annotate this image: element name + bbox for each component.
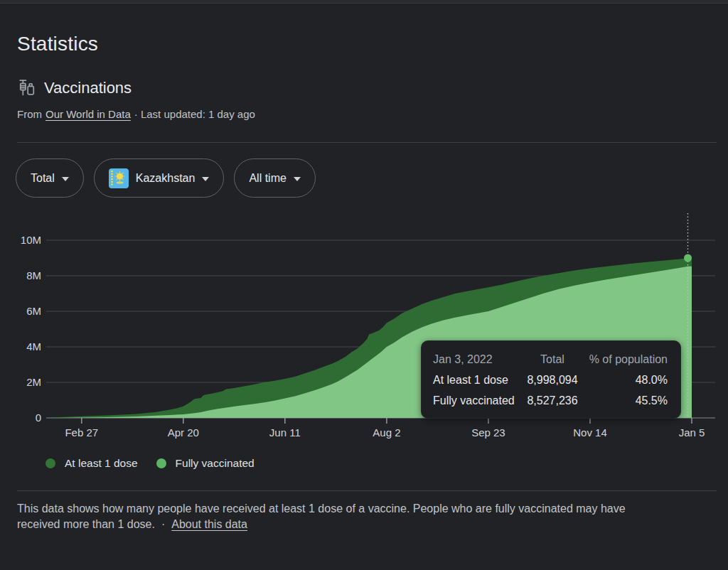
footer-line2: received more than 1 dose.·About this da… <box>17 517 721 532</box>
x-tick-label: Aug 2 <box>373 426 400 439</box>
y-tick-label: 8M <box>26 269 41 281</box>
legend-dot-dose1 <box>46 458 55 468</box>
tooltip-row-total: 8,527,236 <box>523 394 582 407</box>
metric-dropdown[interactable]: Total <box>16 158 84 198</box>
x-tick-label: Feb 27 <box>65 426 98 439</box>
tooltip-row-label: Fully vaccinated <box>433 394 523 407</box>
legend-label: Fully vaccinated <box>176 457 255 470</box>
divider-bottom <box>17 490 717 491</box>
x-tick-label: Apr 20 <box>168 426 199 439</box>
x-axis-ticks <box>82 418 692 424</box>
syringe-icon <box>17 78 36 97</box>
region-dropdown-label: Kazakhstan <box>136 172 196 185</box>
footer-line1: This data shows how many people have rec… <box>17 501 721 517</box>
timerange-dropdown[interactable]: All time <box>234 158 315 198</box>
chevron-down-icon <box>202 177 209 181</box>
divider-top <box>17 142 717 143</box>
y-tick-label: 0 <box>36 412 41 424</box>
tooltip-row-total: 8,998,094 <box>523 374 582 387</box>
y-tick-label: 10M <box>21 234 41 246</box>
chevron-down-icon <box>62 177 69 181</box>
y-tick-label: 2M <box>26 376 41 388</box>
legend-label: At least 1 dose <box>65 457 138 470</box>
marker-dot <box>684 254 692 262</box>
owid-link[interactable]: Our World in Data <box>46 108 131 120</box>
x-axis-labels: Feb 27Apr 20Jun 11Aug 2Sep 23Nov 14Jan 5 <box>65 426 705 439</box>
tooltip-row-pct: 48.0% <box>582 374 668 387</box>
legend-dot-fully <box>156 458 166 468</box>
page-title: Statistics <box>17 33 98 55</box>
y-tick-label: 6M <box>26 305 41 317</box>
chart-tooltip: Jan 3, 2022 Total % of population At lea… <box>421 340 681 419</box>
filter-row: Total Kazakhstan All time <box>16 158 316 198</box>
x-tick-label: Jun 11 <box>269 426 301 439</box>
statistics-panel: Statistics Vaccinations FromOur World in… <box>0 0 728 570</box>
y-tick-label: 4M <box>26 340 41 353</box>
timerange-dropdown-label: All time <box>249 172 286 185</box>
chart-legend: At least 1 dose Fully vaccinated <box>46 457 255 470</box>
source-updated: · Last updated: 1 day ago <box>134 108 255 120</box>
kazakhstan-flag-icon <box>109 168 129 188</box>
x-tick-label: Sep 23 <box>471 426 505 439</box>
tooltip-row-pct: 45.5% <box>582 394 668 407</box>
footer-separator: · <box>161 518 165 530</box>
about-this-data-link[interactable]: About this data <box>171 518 247 530</box>
tooltip-row-label: At least 1 dose <box>433 374 523 387</box>
tooltip-date: Jan 3, 2022 <box>433 353 523 366</box>
legend-item-dose1: At least 1 dose <box>46 457 138 470</box>
metric-dropdown-label: Total <box>31 172 55 185</box>
section-header: Vaccinations <box>17 78 132 97</box>
chevron-down-icon <box>294 177 301 181</box>
section-title: Vaccinations <box>44 79 132 97</box>
x-tick-label: Jan 5 <box>679 426 705 439</box>
legend-item-fully: Fully vaccinated <box>156 457 255 470</box>
source-prefix: From <box>17 108 42 120</box>
region-dropdown[interactable]: Kazakhstan <box>94 158 225 198</box>
source-line: FromOur World in Data· Last updated: 1 d… <box>17 108 255 120</box>
tooltip-col-total: Total <box>523 353 582 366</box>
y-axis-labels: 02M4M6M8M10M <box>21 234 41 424</box>
tooltip-col-pct: % of population <box>582 353 668 366</box>
top-card-edge <box>0 0 728 4</box>
x-tick-label: Nov 14 <box>573 426 607 439</box>
footer-note: This data shows how many people have rec… <box>17 501 721 532</box>
